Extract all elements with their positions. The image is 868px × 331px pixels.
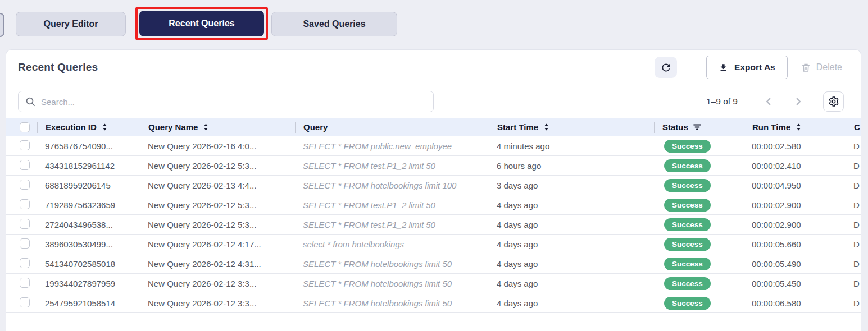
cell-clipped: D	[846, 279, 861, 288]
table-row[interactable]: 199344027897959 New Query 2026-02-12 3:3…	[6, 274, 861, 293]
cell-status: Success	[654, 159, 744, 172]
sort-icon[interactable]	[543, 123, 550, 131]
cell-start-time: 4 minutes ago	[489, 141, 654, 151]
cell-run-time: 00:00:05.490	[744, 259, 846, 269]
tab-saved-queries[interactable]: Saved Queries	[271, 12, 397, 36]
table-row[interactable]: 2724043496538... New Query 2026-02-12 5:…	[6, 215, 861, 235]
column-header-execution-id[interactable]: Execution ID	[37, 122, 140, 133]
cell-execution-id: 541340702585018	[37, 259, 140, 269]
cell-run-time: 00:00:05.660	[744, 240, 846, 249]
row-checkbox[interactable]	[20, 140, 30, 150]
cell-query-name: New Query 2026-02-12 3:3...	[140, 279, 295, 288]
prev-page-button[interactable]	[764, 96, 774, 107]
row-checkbox[interactable]	[20, 219, 30, 229]
column-header-query-name[interactable]: Query Name	[140, 122, 295, 133]
cell-status: Success	[654, 218, 744, 231]
export-as-button[interactable]: Export As	[706, 56, 788, 79]
cell-query: SELECT * FROM hotelbookings limit 50	[295, 259, 489, 269]
cell-query: SELECT * FROM test.P1_2 limit 50	[295, 161, 489, 171]
table-settings-button[interactable]	[823, 91, 844, 112]
status-badge: Success	[664, 179, 711, 192]
delete-button[interactable]: Delete	[801, 62, 842, 73]
search-box	[18, 91, 434, 112]
sort-icon[interactable]	[101, 123, 108, 131]
cell-clipped: D	[846, 240, 861, 249]
row-checkbox[interactable]	[20, 278, 30, 288]
row-checkbox[interactable]	[20, 180, 30, 190]
cell-start-time: 4 days ago	[489, 259, 654, 269]
column-header-start-time[interactable]: Start Time	[489, 122, 654, 133]
cell-query-name: New Query 2026-02-12 5:3...	[140, 200, 295, 210]
cell-status: Success	[654, 238, 744, 251]
table-row[interactable]: 3896030530499... New Query 2026-02-12 4:…	[6, 235, 861, 254]
status-badge: Success	[664, 277, 711, 290]
table-row[interactable]: 541340702585018 New Query 2026-02-12 4:3…	[6, 254, 861, 274]
table-row[interactable]: 9765876754090... New Query 2026-02-16 4:…	[6, 136, 861, 156]
row-checkbox[interactable]	[20, 297, 30, 307]
cell-run-time: 00:00:02.580	[744, 141, 846, 151]
status-badge: Success	[664, 159, 711, 172]
cell-query-name: New Query 2026-02-13 4:4...	[140, 181, 295, 190]
filter-icon[interactable]	[693, 123, 702, 131]
table-row[interactable]: 719289756323659 New Query 2026-02-12 5:3…	[6, 195, 861, 215]
cell-status: Success	[654, 199, 744, 212]
cell-status: Success	[654, 258, 744, 270]
tab-bar: Query Editor Recent Queries Saved Querie…	[0, 0, 868, 49]
cell-start-time: 4 days ago	[489, 298, 654, 308]
cell-query: SELECT * FROM hotelbookings limit 100	[295, 181, 489, 190]
row-checkbox[interactable]	[20, 258, 30, 268]
cell-clipped: D	[846, 220, 861, 229]
tab-partial-left[interactable]	[0, 13, 4, 37]
status-badge: Success	[664, 297, 711, 310]
status-badge: Success	[664, 199, 711, 212]
table-row[interactable]: 68818959206145 New Query 2026-02-13 4:4.…	[6, 176, 861, 195]
cell-status: Success	[654, 277, 744, 290]
delete-label: Delete	[816, 62, 842, 72]
search-input[interactable]	[41, 97, 426, 107]
column-header-run-time[interactable]: Run Time	[744, 122, 846, 133]
cell-clipped: D	[846, 141, 861, 151]
row-checkbox[interactable]	[20, 238, 30, 249]
column-header-clipped[interactable]: C	[846, 122, 861, 133]
cell-query: SELECT * FROM test.P1_2 limit 50	[295, 200, 489, 210]
refresh-button[interactable]	[655, 57, 677, 78]
column-header-query[interactable]: Query	[295, 122, 489, 133]
table-header-row: Execution ID Query Name Query Start Time…	[6, 118, 861, 136]
page-title: Recent Queries	[18, 61, 98, 73]
gear-icon	[828, 96, 839, 107]
cell-execution-id: 434318152961142	[37, 161, 140, 171]
status-badge: Success	[664, 218, 711, 231]
cell-status: Success	[654, 297, 744, 310]
cell-run-time: 00:00:02.900	[744, 200, 846, 210]
select-all-checkbox[interactable]	[20, 122, 30, 132]
cell-clipped: D	[846, 200, 861, 210]
table-row[interactable]: 434318152961142 New Query 2026-02-12 5:3…	[6, 156, 861, 176]
sort-icon[interactable]	[202, 123, 210, 131]
panel-actions: Export As Delete	[655, 56, 842, 79]
next-page-button[interactable]	[793, 96, 803, 107]
row-checkbox[interactable]	[20, 160, 30, 170]
tab-query-editor[interactable]: Query Editor	[16, 12, 126, 36]
cell-status: Success	[654, 140, 744, 153]
recent-queries-highlight-box: Recent Queries	[135, 7, 268, 40]
cell-query: SELECT * FROM hotelbookings limit 50	[295, 279, 489, 288]
status-badge: Success	[664, 258, 711, 270]
cell-clipped: D	[846, 298, 861, 308]
cell-run-time: 00:00:06.580	[744, 298, 846, 308]
download-icon	[719, 63, 728, 72]
cell-query: SELECT * FROM test.P1_2 limit 50	[295, 220, 489, 229]
column-header-status[interactable]: Status	[654, 122, 744, 133]
table-body: 9765876754090... New Query 2026-02-16 4:…	[6, 136, 861, 313]
row-checkbox[interactable]	[20, 199, 30, 209]
cell-start-time: 3 days ago	[489, 181, 654, 190]
tab-recent-queries[interactable]: Recent Queries	[139, 11, 264, 36]
table-row[interactable]: 254795921058514 New Query 2026-02-12 3:3…	[6, 293, 861, 313]
status-badge: Success	[664, 238, 711, 251]
cell-query-name: New Query 2026-02-12 4:17...	[140, 240, 295, 249]
cell-query-name: New Query 2026-02-12 3:3...	[140, 298, 295, 308]
cell-execution-id: 719289756323659	[37, 200, 140, 210]
cell-run-time: 00:00:02.410	[744, 161, 846, 171]
cell-status: Success	[654, 179, 744, 192]
trash-icon	[801, 62, 811, 73]
sort-icon[interactable]	[795, 123, 802, 131]
